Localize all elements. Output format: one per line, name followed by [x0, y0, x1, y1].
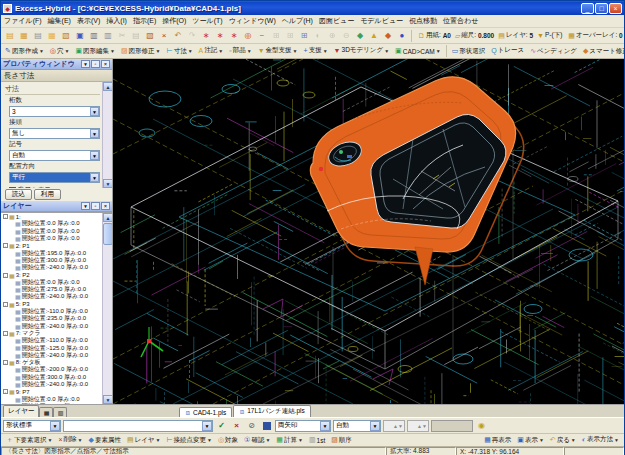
panel-header-button[interactable]: ▾ — [81, 60, 90, 68]
toolbar-icon-button[interactable]: ▤ — [129, 29, 143, 42]
view-button[interactable]: ◐表示方法▼ — [579, 433, 622, 446]
toolbar-icon-button[interactable]: ▧ — [143, 29, 157, 42]
tree-row[interactable]: - ▦ 開始位置:-240.0 厚み:0.0 — [1, 293, 102, 300]
action-button[interactable]: ▨順序▼ — [328, 434, 355, 447]
mode-select[interactable]: 形状標準 ▼ — [3, 420, 61, 432]
background-checkbox[interactable] — [9, 187, 16, 188]
mode-button[interactable]: ▫部品▼ — [226, 44, 254, 57]
panel-header-button[interactable]: × — [101, 60, 110, 68]
toolbar-icon-button[interactable]: ▥ — [101, 29, 115, 42]
tree-row[interactable]: - ▦ 開始位置:-240.0 厚み:0.0 — [1, 381, 102, 388]
maximize-button[interactable]: □ — [595, 3, 608, 14]
mode-button[interactable]: ◎穴▼ — [47, 45, 73, 58]
tree-row[interactable]: - ▦ 開始位置:235.0 厚み:0.0 — [1, 403, 102, 404]
toolbar-icon-button[interactable]: ▤ — [31, 29, 45, 42]
property-field-select[interactable]: 3 ▼ — [9, 106, 100, 117]
target-icon[interactable]: ◉ — [475, 420, 488, 432]
menu-item[interactable]: 操作(O) — [159, 16, 189, 26]
action-button[interactable]: ×削除▼ — [55, 433, 85, 446]
auto-select[interactable]: 自動 ▼ — [333, 420, 381, 432]
menu-item[interactable]: 挿入(I) — [103, 16, 130, 26]
highlighted-part[interactable] — [310, 77, 523, 285]
tree-collapse-icon[interactable]: - — [3, 360, 8, 365]
toolbar-icon-button[interactable]: × — [157, 29, 171, 42]
toolbar-field[interactable]: ▤レイヤ: 5 — [498, 31, 533, 40]
toolbar-icon-button[interactable]: ⊖ — [339, 29, 353, 42]
action-button[interactable]: ⊢接続点変更▼ — [163, 434, 215, 447]
tool-button[interactable]: Qトレース▼ — [488, 44, 527, 57]
minimize-button[interactable]: _ — [581, 3, 594, 14]
mode-button[interactable]: ⊢寸法▼ — [164, 45, 196, 58]
action-button[interactable]: ▦計算▼ — [273, 434, 306, 447]
toolbar-icon-button[interactable]: ↶ — [171, 29, 185, 42]
toolbar-icon-button[interactable]: ∗ — [199, 29, 213, 42]
spinner-field-2[interactable]: ▲▼ — [407, 420, 429, 432]
scroll-down-icon[interactable]: ▼ — [103, 395, 112, 404]
mode-button[interactable]: ✎図形作成▼ — [2, 45, 47, 58]
tool-button[interactable]: ◆スマート修正▼ — [580, 45, 624, 58]
chevron-down-icon[interactable]: ▼ — [90, 173, 99, 182]
chevron-down-icon[interactable]: ▼ — [202, 421, 212, 431]
property-scrollbar[interactable]: ▲ ▼ — [102, 82, 112, 188]
tree-collapse-icon[interactable]: - — [3, 214, 8, 219]
tree-row[interactable]: - ▦ 開始位置:0.0 厚み:0.0 — [1, 235, 102, 242]
action-button[interactable]: ◆要素属性▼ — [86, 434, 124, 447]
cad-viewport[interactable] — [113, 59, 624, 404]
view-button[interactable]: ↶戻る▼ — [547, 434, 579, 446]
toolbar-icon-button[interactable]: ⊞ — [297, 29, 311, 42]
property-field-select[interactable]: 自動 ▼ — [9, 150, 100, 161]
toolbar-icon-button[interactable]: ▲ — [367, 29, 381, 42]
edit-icon[interactable]: ⊘ — [245, 420, 258, 432]
panel-header-button[interactable]: ▾ — [81, 202, 90, 210]
tree-row[interactable]: - ▦ 開始位置:-240.0 厚み:0.0 — [1, 264, 102, 271]
toolbar-field[interactable]: ▦オーバーレイ: 0 — [568, 31, 622, 40]
mode-button[interactable]: ▨図形修正▼ — [118, 45, 164, 58]
view-button[interactable]: ▦再表示▼ — [481, 434, 514, 446]
tree-collapse-icon[interactable]: - — [3, 273, 8, 278]
scroll-up-icon[interactable]: ▲ — [103, 82, 112, 91]
menu-item[interactable]: 図面ビュー — [316, 16, 357, 26]
property-field-select[interactable]: 平行 ▼ — [9, 172, 100, 183]
scroll-thumb[interactable] — [103, 223, 112, 245]
tree-collapse-icon[interactable]: - — [3, 302, 8, 307]
command-input[interactable]: ▼ — [63, 420, 213, 432]
property-action-button[interactable]: 利用 — [34, 189, 61, 200]
toolbar-icon-button[interactable]: ⊕ — [325, 29, 339, 42]
panel-tab[interactable]: レイヤー — [3, 405, 39, 417]
tree-collapse-icon[interactable]: - — [3, 331, 8, 336]
toolbar-icon-button[interactable]: ▦ — [17, 29, 31, 42]
toolbar-icon-button[interactable]: ▤ — [3, 29, 17, 42]
toolbar-icon-button[interactable]: ◆ — [353, 29, 367, 42]
action-button[interactable]: ＋下要素選択▼ — [3, 433, 55, 446]
toolbar-icon-button[interactable]: ∗ — [227, 29, 241, 42]
toolbar-icon-button[interactable]: ● — [395, 29, 409, 42]
panel-tab[interactable]: ▦ — [39, 407, 53, 417]
toolbar-icon-button[interactable]: ◆ — [381, 29, 395, 42]
mode-button[interactable]: ▣図形編集▼ — [72, 45, 118, 58]
menu-item[interactable]: 視点移動 — [406, 16, 440, 26]
toolbar-icon-button[interactable]: ▦ — [45, 29, 59, 42]
chevron-down-icon[interactable]: ▼ — [90, 151, 99, 160]
arrow-style-select[interactable]: 両矢印 ▼ — [275, 420, 331, 432]
menu-item[interactable]: ツール(T) — [189, 16, 225, 26]
tree-collapse-icon[interactable]: - — [3, 389, 8, 394]
mode-button[interactable]: ▼3Dモデリング▼ — [331, 44, 392, 57]
action-button[interactable]: ▤レイヤ▼ — [124, 434, 164, 447]
property-action-button[interactable]: 読込 — [5, 189, 32, 200]
chevron-down-icon[interactable]: ▼ — [50, 421, 60, 431]
chevron-down-icon[interactable]: ▼ — [370, 421, 380, 431]
spinner-field-1[interactable]: ▲▼ — [383, 420, 405, 432]
scroll-up-icon[interactable]: ▲ — [103, 213, 112, 222]
cancel-icon[interactable]: × — [230, 420, 243, 432]
toolbar-icon-button[interactable]: ◎ — [241, 29, 255, 42]
menu-item[interactable]: 編集(E) — [45, 16, 74, 26]
menu-item[interactable]: ヘルプ(H) — [279, 16, 316, 26]
toolbar-field[interactable]: 🗋用紙: A0 — [418, 31, 451, 40]
toolbar-icon-button[interactable]: − — [255, 29, 269, 42]
menu-item[interactable]: モデルビュー — [357, 16, 406, 26]
toolbar-icon-button[interactable]: ✂ — [115, 29, 129, 42]
mode-button[interactable]: ▼金型支援▼ — [255, 44, 301, 57]
menu-item[interactable]: ファイル(F) — [1, 16, 45, 26]
menu-item[interactable]: 位置合わせ — [440, 16, 481, 26]
mode-button[interactable]: A注記▼ — [196, 44, 227, 57]
